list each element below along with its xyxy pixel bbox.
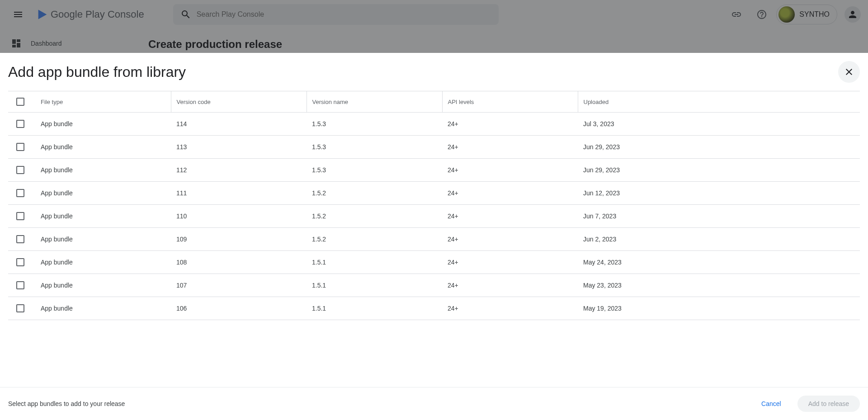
modal-overlay: [0, 0, 868, 29]
